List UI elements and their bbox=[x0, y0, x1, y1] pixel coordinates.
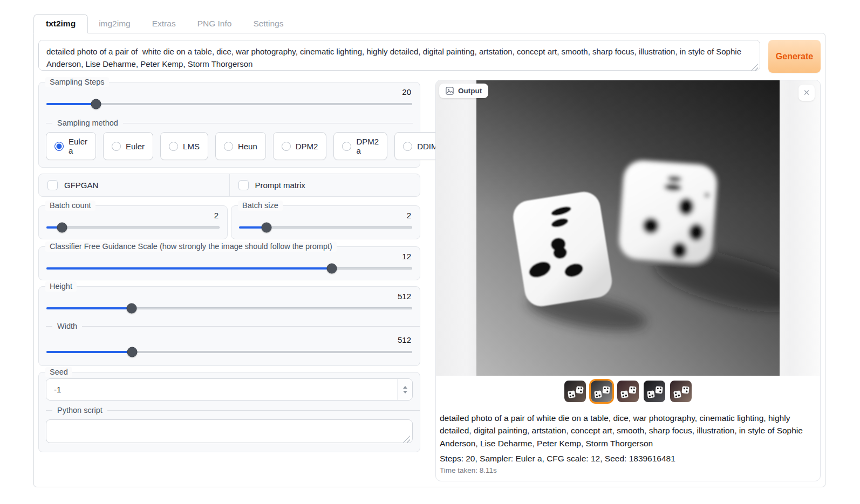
seed-stepper[interactable] bbox=[397, 379, 412, 400]
gallery-thumbnail-2[interactable] bbox=[591, 381, 612, 402]
gallery-thumbnail-5[interactable] bbox=[670, 381, 692, 402]
sampling-method-options: Euler aEulerLMSHeunDPM2DPM2 aDDIMPLMS bbox=[39, 127, 420, 167]
sampler-option-label: DPM2 a bbox=[356, 137, 379, 155]
radio-icon[interactable] bbox=[342, 142, 351, 151]
slider-thumb[interactable] bbox=[57, 223, 67, 233]
generated-image[interactable] bbox=[476, 80, 780, 376]
time-taken-label: Time taken: 8.11s bbox=[436, 465, 820, 481]
checkbox-box: GFPGAN Prompt matrix bbox=[38, 174, 420, 197]
radio-icon[interactable] bbox=[169, 142, 178, 151]
sampler-option-euler-a[interactable]: Euler a bbox=[46, 132, 96, 160]
output-column: Output ✕ bbox=[435, 80, 821, 481]
width-label: Width bbox=[57, 322, 77, 330]
output-tab-chip[interactable]: Output bbox=[439, 84, 488, 98]
batch-size-label: Batch size bbox=[238, 201, 283, 211]
batch-count-slider[interactable] bbox=[46, 222, 220, 233]
cfg-scale-label: Classifier Free Guidance Scale (how stro… bbox=[45, 241, 337, 252]
seed-field-wrap bbox=[46, 378, 413, 401]
slider-track[interactable] bbox=[46, 226, 220, 229]
output-panel: Output ✕ bbox=[435, 80, 821, 481]
output-caption-params: Steps: 20, Sampler: Euler a, CFG scale: … bbox=[436, 452, 820, 465]
radio-selected-icon[interactable] bbox=[54, 142, 64, 151]
prompt-matrix-checkbox[interactable] bbox=[238, 180, 249, 190]
gallery-thumbnails bbox=[436, 376, 820, 405]
gfpgan-label: GFPGAN bbox=[64, 181, 98, 190]
tab-settings[interactable]: Settings bbox=[242, 15, 294, 33]
height-fieldset: 512 bbox=[39, 287, 420, 322]
tab-txt2img[interactable]: txt2img bbox=[33, 14, 88, 33]
tab-img2img[interactable]: img2img bbox=[88, 15, 141, 33]
sampling-steps-fieldset: 20 bbox=[39, 82, 420, 118]
sampler-option-label: LMS bbox=[183, 142, 200, 151]
tab-extras[interactable]: Extras bbox=[141, 15, 187, 33]
cfg-scale-box: Classifier Free Guidance Scale (how stro… bbox=[38, 246, 420, 280]
tab-nav: txt2imgimg2imgExtrasPNG InfoSettings bbox=[33, 13, 825, 33]
slider-fill bbox=[46, 351, 132, 353]
txt2img-panel: detailed photo of a pair of white die on… bbox=[33, 33, 825, 487]
slider-thumb[interactable] bbox=[126, 303, 136, 314]
page: txt2imgimg2imgExtrasPNG InfoSettings det… bbox=[0, 0, 860, 504]
gallery-thumbnail-1[interactable] bbox=[564, 381, 586, 402]
prompt-input[interactable]: detailed photo of a pair of white die on… bbox=[38, 40, 760, 71]
sampler-option-lms[interactable]: LMS bbox=[160, 132, 208, 160]
gallery-thumbnail-3[interactable] bbox=[617, 381, 639, 402]
slider-fill bbox=[46, 267, 332, 270]
close-button[interactable]: ✕ bbox=[798, 85, 815, 101]
app-container: txt2imgimg2imgExtrasPNG InfoSettings det… bbox=[33, 13, 825, 487]
radio-icon[interactable] bbox=[282, 142, 291, 151]
sampler-option-label: DPM2 bbox=[296, 142, 318, 151]
output-caption-prompt: detailed photo of a pair of white die on… bbox=[436, 405, 820, 452]
sampler-option-label: Heun bbox=[238, 142, 257, 151]
tab-png-info[interactable]: PNG Info bbox=[187, 15, 243, 33]
sampling-steps-slider[interactable] bbox=[46, 98, 412, 110]
generate-button[interactable]: Generate bbox=[768, 40, 821, 73]
sampler-option-dpm2-a[interactable]: DPM2 a bbox=[333, 132, 387, 160]
sampling-method-label: Sampling method bbox=[57, 119, 118, 127]
image-icon bbox=[446, 87, 454, 95]
cfg-scale-slider[interactable] bbox=[46, 263, 412, 274]
slider-thumb[interactable] bbox=[127, 347, 137, 357]
stepper-down-icon[interactable] bbox=[403, 391, 407, 393]
close-icon: ✕ bbox=[803, 88, 810, 98]
gfpgan-checkbox[interactable] bbox=[47, 180, 58, 190]
batch-count-label: Batch count bbox=[45, 201, 95, 211]
sampling-steps-label: Sampling Steps bbox=[45, 77, 109, 87]
radio-icon[interactable] bbox=[224, 142, 233, 151]
sampler-option-euler[interactable]: Euler bbox=[103, 132, 153, 160]
sampler-option-label: DDIM bbox=[417, 142, 438, 151]
stepper-up-icon[interactable] bbox=[403, 386, 407, 389]
slider-thumb[interactable] bbox=[326, 264, 337, 274]
gallery-thumbnail-4[interactable] bbox=[644, 381, 665, 402]
sampler-option-heun[interactable]: Heun bbox=[215, 132, 266, 160]
sampler-option-label: Euler bbox=[126, 142, 145, 151]
height-label: Height bbox=[45, 281, 77, 292]
main-row: Sampling Steps 20 Sampling method bbox=[38, 80, 821, 481]
slider-fill bbox=[46, 307, 132, 309]
gallery-stage: Output ✕ bbox=[436, 80, 820, 376]
gfpgan-option[interactable]: GFPGAN bbox=[39, 174, 229, 196]
python-script-label: Python script bbox=[57, 406, 103, 415]
height-value: 512 bbox=[39, 287, 420, 301]
batch-size-slider[interactable] bbox=[239, 222, 412, 233]
width-slider[interactable] bbox=[46, 346, 412, 358]
slider-thumb[interactable] bbox=[91, 99, 101, 109]
python-script-input[interactable] bbox=[46, 419, 413, 443]
prompt-wrap: detailed photo of a pair of white die on… bbox=[38, 40, 760, 73]
seed-script-box: Seed Python script bbox=[38, 372, 420, 452]
sampling-box: Sampling Steps 20 Sampling method bbox=[38, 82, 420, 168]
prompt-matrix-label: Prompt matrix bbox=[255, 181, 305, 190]
prompt-matrix-option[interactable]: Prompt matrix bbox=[229, 174, 420, 196]
height-slider[interactable] bbox=[46, 302, 412, 314]
radio-icon[interactable] bbox=[112, 142, 121, 151]
seed-input[interactable] bbox=[46, 379, 397, 400]
prompt-row: detailed photo of a pair of white die on… bbox=[38, 40, 821, 73]
batch-count-box: Batch count 2 bbox=[38, 205, 228, 239]
batch-size-box: Batch size 2 bbox=[231, 205, 420, 239]
sampler-option-dpm2[interactable]: DPM2 bbox=[273, 132, 327, 160]
radio-icon[interactable] bbox=[403, 142, 412, 151]
sampling-method-fieldset: Sampling method bbox=[39, 119, 420, 127]
slider-thumb[interactable] bbox=[262, 223, 272, 233]
width-fieldset: Width 512 bbox=[39, 322, 420, 365]
seed-label: Seed bbox=[45, 367, 72, 377]
slider-fill bbox=[46, 103, 96, 105]
